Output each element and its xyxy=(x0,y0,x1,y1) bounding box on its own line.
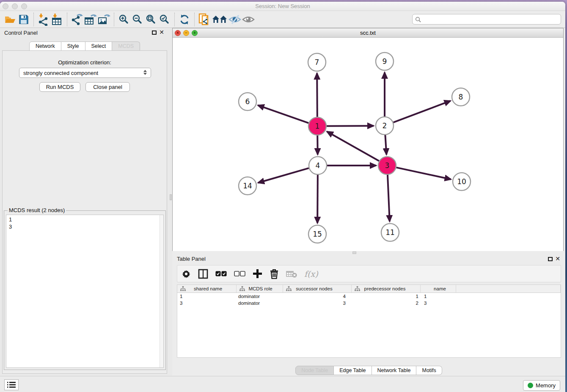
zoom-fit-icon[interactable] xyxy=(144,12,158,27)
tab-motifs[interactable]: Motifs xyxy=(416,366,442,375)
column-header-successor-nodes[interactable]: successor nodes xyxy=(283,285,352,293)
zoom-in-icon[interactable] xyxy=(117,12,131,27)
graph-edge-3-11[interactable] xyxy=(388,175,390,221)
select-all-icon[interactable] xyxy=(215,268,227,280)
graph-edge-1-6[interactable] xyxy=(258,105,309,123)
search-input[interactable] xyxy=(423,17,558,22)
close-panel-button[interactable]: Close panel xyxy=(85,82,130,92)
zoom-out-icon[interactable] xyxy=(131,12,144,27)
graph-node-label: 7 xyxy=(315,58,319,66)
result-scrollbar[interactable] xyxy=(160,215,163,367)
node-table: shared name MCDS role successor nodes pr… xyxy=(177,284,561,358)
tab-style[interactable]: Style xyxy=(61,41,85,51)
tab-node-table[interactable]: Node Table xyxy=(295,366,334,375)
network-minimize-button[interactable]: − xyxy=(183,30,189,36)
clone-network-icon[interactable] xyxy=(198,12,211,27)
table-row[interactable]: 3 dominator 3 2 3 xyxy=(177,300,561,306)
table-toolbar: f(x) xyxy=(177,265,561,282)
apply-layout-icon[interactable] xyxy=(178,12,191,27)
import-table-icon[interactable] xyxy=(50,12,64,27)
tab-network[interactable]: Network xyxy=(29,41,61,51)
app-title: Session: New Session xyxy=(0,2,565,11)
graph-edge-3-1[interactable] xyxy=(327,132,379,161)
zoom-window-button[interactable] xyxy=(21,3,27,9)
graph-edge-1-2[interactable] xyxy=(327,126,374,126)
graph-edge-1-7[interactable] xyxy=(317,73,317,117)
control-panel-tabs: Network Style Select MCDS xyxy=(0,41,169,51)
export-image-icon[interactable] xyxy=(97,12,111,27)
table-float-icon[interactable] xyxy=(548,257,553,261)
import-network-icon[interactable] xyxy=(37,12,50,27)
minimize-window-button[interactable] xyxy=(12,3,18,9)
list-icon xyxy=(7,381,16,388)
graph-node-label: 14 xyxy=(243,182,252,190)
tab-edge-table[interactable]: Edge Table xyxy=(334,366,372,375)
column-header-name[interactable]: name xyxy=(421,285,456,293)
export-table-icon[interactable] xyxy=(84,12,97,27)
save-session-icon[interactable] xyxy=(17,12,30,27)
table-row[interactable]: 1 dominator 4 1 1 xyxy=(177,293,561,300)
table-header-row: shared name MCDS role successor nodes pr… xyxy=(177,285,561,293)
table-close-icon[interactable]: ✕ xyxy=(555,255,560,262)
toolbar-separator xyxy=(67,13,67,26)
column-header-mcds-role[interactable]: MCDS role xyxy=(237,285,283,293)
criterion-select[interactable]: strongly connected component xyxy=(19,68,151,78)
toolbar-separator xyxy=(194,13,195,26)
close-panel-icon[interactable]: ✕ xyxy=(159,29,164,36)
toolbar-separator xyxy=(114,13,114,26)
tab-mcds[interactable]: MCDS xyxy=(112,41,140,51)
column-header-predecessor-nodes[interactable]: predecessor nodes xyxy=(352,285,421,293)
network-maximize-button[interactable]: + xyxy=(192,30,198,36)
zoom-selected-icon[interactable] xyxy=(158,12,171,27)
delete-table-icon[interactable] xyxy=(286,268,297,280)
graph-node-label: 9 xyxy=(383,57,387,66)
cell-successor-nodes: 3 xyxy=(283,300,352,306)
export-network-icon[interactable] xyxy=(70,12,84,27)
cell-successor-nodes: 4 xyxy=(283,293,352,300)
column-header-shared-name[interactable]: shared name xyxy=(177,285,237,293)
tab-network-table[interactable]: Network Table xyxy=(372,366,417,375)
graph-node-label: 4 xyxy=(316,161,320,170)
column-header-filler xyxy=(456,285,561,293)
show-all-eye-icon[interactable] xyxy=(242,12,255,27)
hide-selected-eye-slash-icon[interactable] xyxy=(228,12,242,27)
cell-predecessor-nodes: 2 xyxy=(352,300,421,306)
delete-column-trash-icon[interactable] xyxy=(270,268,279,280)
search-icon xyxy=(415,17,421,22)
graph-edge-2-3[interactable] xyxy=(385,135,386,155)
float-panel-icon[interactable] xyxy=(152,30,157,35)
network-graph[interactable]: 7968124314101511 xyxy=(173,38,563,251)
cell-name: 3 xyxy=(421,300,456,306)
status-bar: Memory xyxy=(0,376,565,392)
graph-edge-2-8[interactable] xyxy=(394,101,451,122)
mcds-panel: Optimization criterion: strongly connect… xyxy=(2,50,167,374)
control-panel: Control Panel ✕ Network Style Select MCD… xyxy=(0,28,169,376)
open-session-icon[interactable] xyxy=(3,12,17,27)
graph-edge-4-15[interactable] xyxy=(317,175,318,223)
close-window-button[interactable] xyxy=(3,3,8,9)
task-history-button[interactable] xyxy=(4,379,19,390)
splitter-grip[interactable] xyxy=(170,194,172,200)
column-selector-icon[interactable] xyxy=(198,268,208,280)
first-neighbors-icon[interactable] xyxy=(211,12,228,27)
app-titlebar: Session: New Session xyxy=(0,2,565,11)
graph-node-label: 6 xyxy=(245,97,250,106)
result-item: 3 xyxy=(9,223,161,230)
graph-edge-3-10[interactable] xyxy=(396,168,451,179)
function-builder-icon[interactable]: f(x) xyxy=(304,268,318,280)
graph-edge-4-14[interactable] xyxy=(258,168,309,183)
vertical-splitter[interactable] xyxy=(169,28,172,376)
memory-button[interactable]: Memory xyxy=(523,380,560,391)
network-close-button[interactable]: × xyxy=(175,30,181,36)
table-options-gear-icon[interactable] xyxy=(182,268,191,280)
cell-mcds-role: dominator xyxy=(237,300,283,306)
mcds-result-list[interactable]: 1 3 xyxy=(6,215,164,368)
memory-status-icon xyxy=(528,383,533,388)
cell-shared-name: 1 xyxy=(177,293,237,300)
run-mcds-button[interactable]: Run MCDS xyxy=(39,82,80,92)
add-column-plus-icon[interactable] xyxy=(253,268,262,280)
deselect-all-icon[interactable] xyxy=(234,268,245,280)
tab-select[interactable]: Select xyxy=(85,41,113,51)
graph-node-label: 3 xyxy=(385,161,390,170)
graph-node-label: 8 xyxy=(459,93,463,101)
